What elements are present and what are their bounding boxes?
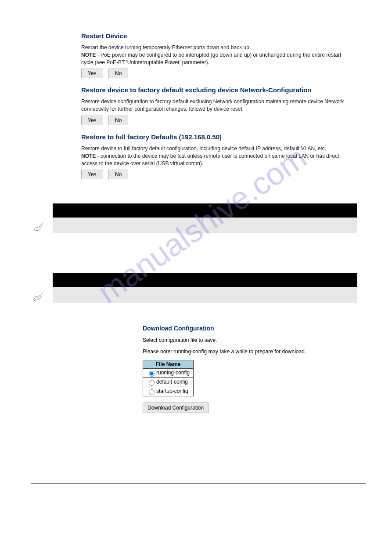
download-config-screenshot: Download Configuration Select configurat… <box>143 325 366 413</box>
restore-full-yes-button[interactable]: Yes <box>81 170 103 179</box>
label-startup-config: startup-config <box>156 388 188 395</box>
restart-yes-button[interactable]: Yes <box>81 69 103 78</box>
label-running-config: running-config <box>156 370 190 376</box>
restore-partial-buttons: Yes No <box>81 116 352 125</box>
section-header-2 <box>53 273 357 287</box>
label-default-config: default-config <box>156 379 188 385</box>
restore-partial-body: Restore device configuration to factory … <box>81 98 352 113</box>
restore-full-line1: Restore device to full factory default c… <box>81 145 326 152</box>
note-hand-icon <box>32 220 45 235</box>
download-note-text: Please note: running-config may take a w… <box>143 348 366 355</box>
restore-partial-no-button[interactable]: No <box>108 116 128 125</box>
download-config-title: Download Configuration <box>143 325 366 332</box>
file-table-header: File Name <box>143 360 194 369</box>
note-bar-1 <box>53 218 357 233</box>
restore-full-body: Restore device to full factory default c… <box>81 145 352 167</box>
file-option-default[interactable]: default-config <box>143 378 194 387</box>
note-hand-icon-2 <box>32 290 45 305</box>
restore-full-buttons: Yes No <box>81 170 352 179</box>
radio-startup-config[interactable] <box>149 389 155 395</box>
file-option-startup[interactable]: startup-config <box>143 387 194 396</box>
section-header-1 <box>53 203 357 218</box>
footer-divider <box>31 483 366 484</box>
note-bar-2 <box>53 287 357 303</box>
radio-running-config[interactable] <box>149 371 155 377</box>
restore-partial-title: Restore device to factory default exclud… <box>81 86 352 94</box>
restore-partial-yes-button[interactable]: Yes <box>81 116 103 125</box>
restart-line1: Restart the device turning temporeraly E… <box>81 44 251 51</box>
restart-buttons: Yes No <box>81 69 352 78</box>
restore-full-no-button[interactable]: No <box>108 170 128 179</box>
download-configuration-button[interactable]: Download Configuration <box>143 403 209 413</box>
restart-note-text: - PoE power may be configured to be inte… <box>81 52 341 65</box>
restore-full-note-text: - connection to the device may be lost u… <box>81 153 339 167</box>
restore-full-title: Restore to full factory Defaults (192.16… <box>81 133 352 141</box>
radio-default-config[interactable] <box>149 380 155 386</box>
restart-restore-screenshot: Restart Device Restart the device turnin… <box>81 18 352 190</box>
file-option-running[interactable]: running-config <box>143 369 194 378</box>
restart-note-label: NOTE <box>81 52 96 58</box>
restart-body: Restart the device turning temporeraly E… <box>81 44 352 66</box>
download-select-text: Select configuration file to save. <box>143 337 366 343</box>
file-name-table: File Name running-config default-config … <box>143 360 194 396</box>
restart-title: Restart Device <box>81 32 352 40</box>
restore-full-note-label: NOTE <box>81 153 96 159</box>
restart-no-button[interactable]: No <box>108 69 128 78</box>
